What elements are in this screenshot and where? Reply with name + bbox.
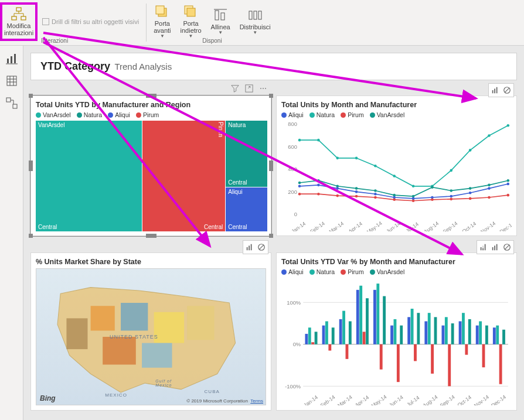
interaction-filter-icon[interactable] — [490, 85, 501, 95]
legend-label: Aliqui — [288, 268, 304, 275]
distribute-button[interactable]: Distribuisci ▼ — [235, 2, 275, 41]
resize-handle[interactable] — [146, 94, 156, 98]
svg-text:600: 600 — [288, 144, 297, 150]
svg-text:Apr-14: Apr-14 — [348, 221, 363, 232]
treemap-region-label: Central — [38, 224, 57, 230]
resize-handle[interactable] — [29, 161, 33, 171]
svg-rect-170 — [465, 344, 468, 355]
legend-label: Natura — [84, 111, 103, 118]
resize-handle[interactable] — [29, 94, 33, 98]
svg-rect-134 — [342, 311, 345, 344]
svg-point-75 — [374, 193, 377, 196]
resize-handle[interactable] — [269, 94, 273, 98]
svg-rect-129 — [325, 321, 328, 344]
treemap-cell-label: VanArsdel — [38, 122, 64, 128]
svg-point-79 — [450, 195, 452, 198]
edit-interactions-button[interactable]: Modifica interazioni — [0, 2, 38, 41]
svg-point-62 — [355, 187, 358, 190]
resize-handle[interactable] — [269, 234, 273, 238]
legend-label: Pirum — [143, 111, 159, 118]
svg-rect-22 — [6, 98, 11, 102]
resize-handle[interactable] — [269, 161, 273, 171]
interaction-bar — [488, 83, 514, 97]
send-backward-button[interactable]: Porta indietro ▼ — [176, 2, 206, 41]
interaction-highlight-icon[interactable] — [478, 242, 489, 252]
svg-rect-141 — [366, 298, 369, 344]
svg-text:Jan-14: Jan-14 — [302, 394, 319, 405]
visual-title: % Units Market Share by State — [36, 258, 266, 266]
svg-line-29 — [505, 88, 509, 93]
svg-point-70 — [507, 179, 510, 182]
svg-point-66 — [431, 186, 434, 189]
svg-rect-101 — [121, 303, 148, 330]
more-options-icon[interactable]: ⋯ — [258, 83, 268, 94]
align-icon — [213, 8, 228, 22]
svg-rect-181 — [502, 330, 505, 344]
map-mexico-label: MEXICO — [105, 392, 127, 398]
svg-rect-176 — [485, 326, 488, 344]
svg-rect-104 — [142, 343, 172, 368]
resize-handle[interactable] — [29, 234, 33, 238]
page-subtitle: Trend Analysis — [114, 62, 172, 71]
svg-point-51 — [374, 165, 377, 168]
svg-rect-26 — [494, 88, 495, 93]
line-legend: Aliqui Natura Pirum VanArsdel — [281, 111, 512, 118]
svg-point-94 — [507, 194, 510, 197]
interaction-none-icon[interactable] — [502, 242, 512, 252]
report-view-icon[interactable] — [6, 53, 18, 64]
svg-point-47 — [298, 139, 301, 142]
interaction-filter-icon[interactable] — [490, 242, 501, 252]
legend-label: VanArsdel — [377, 268, 405, 275]
hierarchy-icon — [11, 7, 27, 21]
model-view-icon[interactable] — [6, 97, 18, 109]
svg-rect-178 — [493, 327, 496, 344]
visual-line-chart[interactable]: Total Units by Month and Manufacturer Al… — [276, 95, 517, 236]
svg-point-92 — [469, 197, 472, 200]
distribute-icon — [247, 8, 263, 22]
visual-bar-chart[interactable]: Total Units YTD Var % by Month and Manuf… — [276, 252, 517, 411]
svg-rect-133 — [339, 319, 342, 344]
resize-handle[interactable] — [146, 234, 156, 238]
visual-map[interactable]: % Units Market Share by State UNITED STA… — [30, 252, 271, 411]
svg-rect-14 — [11, 56, 12, 63]
svg-rect-4 — [156, 6, 164, 14]
svg-text:Oct-14: Oct-14 — [457, 394, 472, 405]
visual-title: Total Units YTD by Manufacturer and Regi… — [36, 101, 266, 109]
treemap-legend: VanArsdel Natura Aliqui Pirum — [36, 111, 266, 118]
chevron-down-icon: ▼ — [253, 30, 257, 35]
interaction-filter-icon[interactable] — [244, 242, 255, 252]
svg-rect-125 — [311, 342, 314, 344]
filter-icon[interactable] — [230, 83, 240, 94]
bar-legend: Aliqui Natura Pirum VanArsdel — [281, 268, 512, 275]
svg-point-85 — [336, 194, 339, 197]
focus-mode-icon[interactable] — [244, 83, 254, 94]
svg-rect-97 — [251, 244, 252, 251]
data-view-icon[interactable] — [6, 75, 18, 87]
svg-point-59 — [298, 182, 301, 185]
align-button[interactable]: Allinea ▼ — [206, 2, 235, 41]
svg-rect-139 — [359, 286, 362, 344]
svg-text:Aug-14: Aug-14 — [423, 220, 440, 231]
svg-text:-100%: -100% — [285, 383, 301, 389]
svg-rect-164 — [445, 317, 448, 344]
svg-rect-130 — [328, 344, 331, 351]
svg-text:Dec-14: Dec-14 — [490, 394, 507, 405]
visual-treemap[interactable]: ⋯ Total Units YTD by Manufacturer and Re… — [30, 95, 271, 236]
svg-rect-161 — [434, 317, 437, 344]
ribbon: Modifica interazioni Drill di filtri su … — [0, 0, 524, 46]
bring-forward-button[interactable]: Porta avanti ▼ — [149, 2, 175, 41]
svg-line-99 — [259, 245, 264, 250]
svg-point-67 — [450, 189, 452, 192]
svg-point-72 — [317, 184, 320, 187]
svg-point-82 — [507, 183, 510, 186]
terms-link[interactable]: Terms — [250, 398, 263, 404]
drill-filter-checkbox[interactable]: Drill di filtri su altri oggetti visivi — [38, 2, 144, 41]
svg-point-52 — [393, 175, 396, 177]
svg-rect-154 — [411, 309, 414, 344]
treemap-body: VanArsdel Central Natura Central Pirum C… — [36, 121, 266, 231]
svg-point-53 — [412, 185, 415, 187]
bar-chart-body: -100%0%100%Jan-14Feb-14Mar-14Apr-14May-1… — [281, 278, 512, 405]
svg-rect-124 — [308, 327, 311, 344]
interaction-none-icon[interactable] — [256, 242, 267, 252]
interaction-none-icon[interactable] — [502, 85, 512, 95]
